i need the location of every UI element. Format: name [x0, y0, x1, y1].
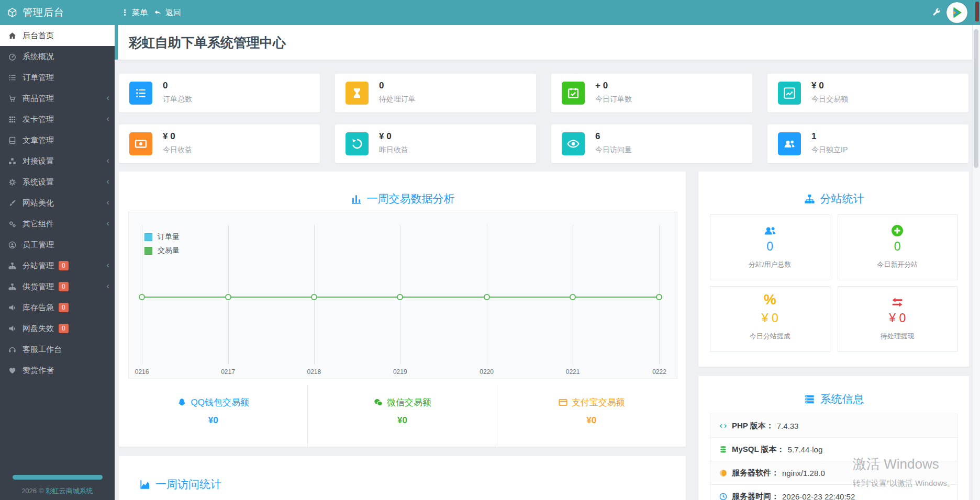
scrollbar-thumb[interactable]: [974, 29, 978, 168]
substation-cell-new-today: 0 今日新开分站: [838, 214, 958, 280]
sidebar-item-label: 系统设置: [23, 177, 54, 187]
sidebar-item-label: 其它组件: [23, 219, 54, 229]
vertical-scrollbar[interactable]: [972, 25, 980, 500]
chart-legend: 订单量 交易量: [144, 230, 180, 257]
sysinfo-value: 5.7.44-log: [788, 445, 823, 454]
sidebar-item-home[interactable]: 后台首页: [0, 25, 115, 46]
payment-value: ¥0: [308, 415, 496, 426]
legend-label: 订单量: [158, 232, 180, 242]
back-label: 返回: [165, 8, 181, 18]
list-icon: [8, 73, 17, 82]
substation-value: 0: [838, 240, 957, 254]
sidebar-item-label: 对接设置: [23, 156, 54, 166]
grid-icon: [8, 115, 17, 124]
sidebar-item-substations[interactable]: 分站管理 0 ‹: [0, 255, 115, 276]
legend-item-orders[interactable]: 订单量: [144, 230, 180, 244]
chevron-left-icon: ‹: [106, 197, 109, 208]
sidebar-item-components[interactable]: 其它组件 ‹: [0, 213, 115, 234]
main-content: 彩虹自助下单系统管理中心 0 订单总数 0 待处理订单 + 0 今日订单数 ¥ …: [115, 25, 973, 500]
stat-label: 今日订单数: [595, 95, 632, 104]
sidebar-scroll-indicator[interactable]: [13, 475, 103, 480]
bar-chart-icon: [350, 193, 362, 205]
database-icon: [719, 445, 728, 454]
sidebar-item-products[interactable]: 商品管理 ‹: [0, 88, 115, 109]
sidebar-item-low-stock[interactable]: 库存告急 0: [0, 297, 115, 318]
count-badge: 0: [59, 261, 69, 270]
substation-cell-commission: % ¥ 0 今日分站提成: [710, 286, 830, 352]
system-info-title: 系统信息: [698, 392, 969, 406]
wechat-total: 微信交易额 ¥0: [307, 385, 497, 447]
hourglass-icon: [346, 82, 369, 105]
system-info-list: PHP 版本： 7.4.33 MySQL 版本： 5.7.44-log 服务器软…: [710, 414, 957, 500]
sidebar-item-staff[interactable]: 员工管理: [0, 234, 115, 255]
cart-icon: [8, 94, 17, 103]
substation-cell-users: 0 分站/用户总数: [710, 214, 830, 280]
sidebar: 后台首页 系统概况 订单管理 商品管理 ‹ 发卡管理 ‹ 文章管理 对接设置 ‹: [0, 25, 115, 500]
menu-button[interactable]: ⋮ 菜单: [121, 0, 148, 25]
sidebar-item-dead-links[interactable]: 网盘失效 0: [0, 318, 115, 339]
user-circle-icon: [8, 241, 17, 249]
brand-link[interactable]: 彩虹云商城系统: [46, 487, 93, 495]
alipay-card-icon: [558, 397, 568, 407]
app-logo-icon[interactable]: [946, 2, 967, 23]
sitemap-icon: [804, 193, 816, 205]
week-chart-panel: 一周交易数据分析 0216 0217 0218: [119, 172, 686, 447]
sidebar-item-label: 赞赏作者: [23, 366, 54, 376]
stat-card-today-visits: 6 今日访问量: [551, 124, 752, 163]
substation-title-text: 分站统计: [820, 191, 864, 206]
sidebar-item-integrations[interactable]: 对接设置 ‹: [0, 151, 115, 172]
stat-label: 今日交易额: [811, 95, 848, 104]
system-info-title-text: 系统信息: [820, 392, 864, 406]
history-icon: [346, 132, 369, 155]
ordered-list-icon: [129, 82, 152, 105]
brush-icon: [8, 199, 17, 208]
chart-panel-title: 一周交易数据分析: [119, 191, 686, 206]
sidebar-item-orders[interactable]: 订单管理: [0, 67, 115, 88]
sysinfo-row-server-software: 服务器软件： nginx/1.28.0: [710, 461, 957, 485]
visits-title-text: 一周访问统计: [155, 477, 221, 492]
data-point: [484, 294, 490, 300]
sysinfo-value: 2026-02-23 22:40:52: [782, 492, 855, 500]
vertical-dots-icon: ⋮: [121, 8, 129, 17]
sidebar-item-cards[interactable]: 发卡管理 ‹: [0, 109, 115, 130]
sidebar-item-overview[interactable]: 系统概况: [0, 46, 115, 67]
legend-item-transactions[interactable]: 交易量: [144, 244, 180, 257]
legend-swatch: [144, 247, 152, 255]
chart-line-icon: [778, 82, 801, 105]
stat-label: 今日收益: [163, 145, 192, 155]
stat-card-unique-ip: 1 今日独立IP: [767, 124, 968, 163]
stat-label: 昨日收益: [379, 145, 408, 155]
visits-panel-title: 一周访问统计: [139, 477, 221, 492]
sidebar-item-donate[interactable]: 赞赏作者: [0, 360, 115, 381]
line-chart-plot: 0216 0217 0218 0219 0220 0221 0222 订单量 交…: [128, 212, 677, 379]
x-axis-label: 0222: [652, 368, 666, 376]
stat-card-today-income: ¥ 0 今日收益: [119, 124, 320, 163]
admin-dashboard: 管理后台 ⋮ 菜单 返回 后台首页: [0, 0, 980, 500]
sidebar-item-label: 库存告急: [23, 303, 54, 313]
sidebar-item-articles[interactable]: 文章管理: [0, 130, 115, 151]
code-icon: [719, 422, 728, 430]
sidebar-item-label: 商品管理: [23, 94, 54, 104]
data-point: [311, 294, 317, 300]
x-axis-label: 0216: [135, 368, 149, 376]
substation-value: 0: [710, 240, 830, 254]
chevron-left-icon: ‹: [106, 281, 109, 291]
back-button[interactable]: 返回: [153, 0, 181, 25]
sidebar-item-support-desk[interactable]: 客服工作台: [0, 339, 115, 360]
copyright: 2026 © 彩虹云商城系统: [0, 486, 115, 496]
brand[interactable]: 管理后台: [7, 0, 64, 25]
legend-label: 交易量: [158, 246, 180, 255]
sysinfo-label: 服务器软件：: [732, 468, 779, 478]
sidebar-item-beautify[interactable]: 网站美化 ‹: [0, 192, 115, 213]
users-icon: [763, 223, 777, 238]
x-axis-label: 0220: [480, 368, 494, 376]
substation-label: 分站/用户总数: [710, 260, 830, 269]
wechat-icon: [373, 397, 383, 407]
wrench-icon[interactable]: [931, 7, 941, 17]
substation-label: 今日分站提成: [710, 332, 830, 341]
sidebar-item-settings[interactable]: 系统设置 ‹: [0, 172, 115, 192]
sidebar-item-label: 客服工作台: [23, 345, 62, 355]
bullhorn-icon: [8, 303, 17, 312]
stat-value: 0: [163, 81, 168, 91]
sidebar-item-suppliers[interactable]: 供货管理 0 ‹: [0, 276, 115, 297]
